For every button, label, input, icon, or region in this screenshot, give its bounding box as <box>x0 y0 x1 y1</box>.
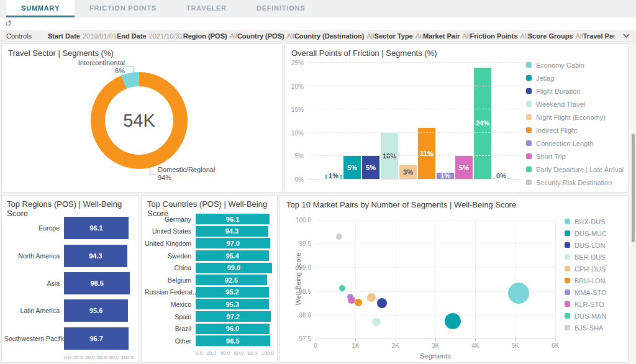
bar-flight-duration[interactable]: 5% <box>362 156 379 180</box>
donut-chart[interactable]: 54K <box>91 72 188 169</box>
legend-label: MMA-STO <box>575 289 607 296</box>
filter-country-destination[interactable]: Country (Destination)All <box>294 32 375 40</box>
legend-item-connection-length[interactable]: Connection Length <box>526 137 624 150</box>
bar-row-china[interactable]: China 99.0 <box>145 262 275 274</box>
gridline <box>316 267 555 268</box>
bar-value-label: 96.7 <box>90 335 103 342</box>
filter-travel-personas[interactable]: Travel PersonasAll <box>583 32 614 40</box>
legend-item-economy-cabin[interactable]: Economy Cabin <box>526 58 624 71</box>
legend-item-flight-duration[interactable]: Flight Duration <box>526 84 624 98</box>
tab-traveler[interactable]: TRAVELER <box>171 0 242 17</box>
y-tick-label: 5% <box>295 153 304 160</box>
legend-item-ber-dus[interactable]: BER-DUS <box>565 251 607 263</box>
x-tick-mark <box>396 339 396 341</box>
legend-item-klr-sto[interactable]: KLR-STO <box>565 298 607 310</box>
chevron-down-icon[interactable] <box>623 34 630 38</box>
legend-item-dus-lon[interactable]: DUS-LON <box>565 239 607 251</box>
bar-jetlag[interactable]: 5% <box>343 156 361 180</box>
bar-row-mexico[interactable]: Mexico 95.3 <box>145 298 275 311</box>
bar-value-label: 96.1 <box>89 224 102 232</box>
filter-region-pos[interactable]: Region (POS)All <box>183 32 237 40</box>
tab-friction-points[interactable]: FRICTION POINTS <box>75 0 171 17</box>
friction-plot-area: 1% 5% 5% 10% 3% 11% <box>308 63 524 180</box>
legend-label: CPH-DUS <box>575 265 606 273</box>
bar-row-europe[interactable]: Europe 96.1 <box>4 214 135 242</box>
panel-friction-points: Overall Points of Friction | Segments (%… <box>284 43 629 193</box>
bar-row-belgium[interactable]: Belgium 92.5 <box>145 274 275 286</box>
bar-short-trip[interactable]: 5% <box>455 156 473 180</box>
bar-row-latin-america[interactable]: Latin America 95.6 <box>4 297 135 324</box>
legend-item-cph-dus[interactable]: CPH-DUS <box>565 263 607 275</box>
filters-list: Start Date2019/01/01End Date2021/10/31Re… <box>48 32 614 40</box>
bar-row-united-states[interactable]: United States 94.3 <box>145 225 275 238</box>
legend-item-weekend-travel[interactable]: Weekend Travel <box>526 98 624 111</box>
legend-item-early-departure-late-arrival[interactable]: Early Departure | Late Arrival <box>526 163 624 176</box>
filter-end-date[interactable]: End Date2021/10/31 <box>117 32 183 40</box>
filter-country-pos[interactable]: Country (POS)All <box>237 32 294 40</box>
filter-sector-type[interactable]: Sector TypeAll <box>375 32 423 40</box>
filter-score-groups[interactable]: Score GroupsAll <box>528 32 583 40</box>
bar-row-north-america[interactable]: North America 94.3 <box>4 242 135 269</box>
bar-early-departure-late-arrival[interactable]: 24% <box>474 68 491 180</box>
x-tick-label: 20.0 <box>207 350 217 356</box>
bar-row-sweden[interactable]: Sweden 95.4 <box>145 250 275 262</box>
bubble-dus-man[interactable] <box>339 285 345 291</box>
legend-item-dus-man[interactable]: DUS-MAN <box>565 310 607 322</box>
page-scrollbar-thumb[interactable] <box>632 134 635 242</box>
bar-economy-cabin[interactable]: 1% <box>325 175 342 180</box>
filter-start-date[interactable]: Start Date2019/01/01 <box>48 32 117 40</box>
bubble-dus-lon[interactable] <box>377 298 387 308</box>
legend-item-jetlag[interactable]: Jetlag <box>526 71 624 84</box>
legend-item-mma-sto[interactable]: MMA-STO <box>565 286 607 298</box>
bubble-dus-muc[interactable] <box>445 313 461 329</box>
bar-row-spain[interactable]: Spain 97.2 <box>145 311 275 323</box>
donut-callout-intercontinental: Intercontinental 6% <box>38 59 125 75</box>
x-tick-mark <box>475 339 476 341</box>
refresh-icon[interactable]: ↺ <box>5 19 12 29</box>
bar-row-germany[interactable]: Germany 96.1 <box>145 213 275 225</box>
tab-summary[interactable]: SUMMARY <box>6 0 75 17</box>
bar-value-label: 5% <box>347 165 357 171</box>
bubble-ber-dus[interactable] <box>372 317 381 326</box>
y-tick-label: 99.5 <box>293 240 311 247</box>
legend-item-short-trip[interactable]: Short Trip <box>526 150 624 163</box>
gridline <box>316 315 555 316</box>
legend-item-bru-lon[interactable]: BRU-LON <box>565 275 607 286</box>
bar-weekend-travel[interactable]: 10% <box>381 133 398 180</box>
legend-label: Short Trip <box>536 153 566 160</box>
tab-definitions[interactable]: DEFINITIONS <box>242 0 320 17</box>
bar-indirect-flight[interactable]: 11% <box>418 128 435 180</box>
bubble-bjs-sha[interactable] <box>336 234 342 240</box>
y-tick-label: 10% <box>291 129 304 136</box>
legend-item-night-flight-economy[interactable]: Night Flight (Economy) <box>526 111 624 124</box>
legend-item-bjs-sha[interactable]: BJS-SHA <box>565 322 607 334</box>
legend-item-security-risk-destination[interactable]: Security Risk Destination <box>526 176 624 189</box>
controls-title: Controls <box>6 32 32 40</box>
bubble-klr-sto[interactable] <box>348 296 355 304</box>
legend-swatch <box>526 180 532 185</box>
bar-security-risk-destination[interactable]: 0% <box>493 178 510 180</box>
bar-row-russian-federat[interactable]: Russian Federat... 95.2 <box>145 286 275 299</box>
panel-title: Travel Sector | Segments (%) <box>8 48 114 58</box>
bar-night-flight-economy[interactable]: 3% <box>399 165 417 180</box>
filter-friction-points[interactable]: Friction PointsAll <box>470 32 528 40</box>
legend-item-indirect-flight[interactable]: Indirect Flight <box>526 124 624 137</box>
legend-item-dus-muc[interactable]: DUS-MUC <box>565 227 607 239</box>
bubble-bhx-dus[interactable] <box>508 283 529 304</box>
bar-row-brazil[interactable]: Brazil 96.0 <box>145 322 275 335</box>
filter-market-pair[interactable]: Market PairAll <box>423 32 470 40</box>
bubble-bru-lon[interactable] <box>355 299 362 306</box>
legend-item-bhx-dus[interactable]: BHX-DUS <box>565 216 607 227</box>
bar-row-southwestern-pacific[interactable]: Southwestern Pacific 96.7 <box>4 325 135 352</box>
quicksight-dashboard: SUMMARYFRICTION POINTSTRAVELERDEFINITION… <box>0 0 636 364</box>
bubble-cph-dus[interactable] <box>367 293 376 302</box>
panel-top-countries: Top Countries (POS) | Well-Being Score G… <box>142 195 278 363</box>
bar-row-united-kingdom[interactable]: United Kingdom 97.0 <box>145 237 275 250</box>
bar-row-asia[interactable]: Asia 98.5 <box>4 270 135 297</box>
x-tick-mark <box>435 339 436 341</box>
category-label: Southwestern Pacific <box>4 335 64 342</box>
gridline <box>308 179 524 180</box>
regions-x-axis: 0.020.040.060.080.0100.0 <box>64 355 134 360</box>
bar-value-label: 24% <box>476 120 489 127</box>
bar-row-other[interactable]: Other 96.5 <box>145 335 275 347</box>
